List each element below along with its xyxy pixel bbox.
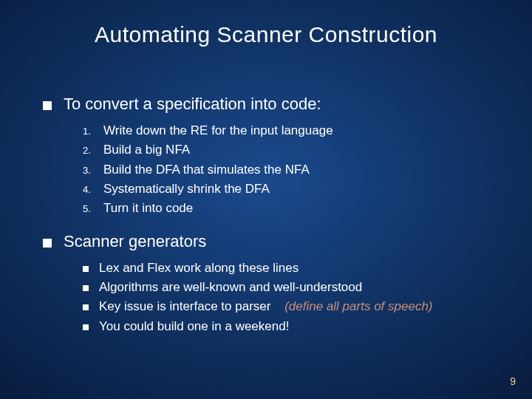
slide-title: Automating Scanner Construction <box>0 22 532 47</box>
slide-content: To convert a specification into code: 1.… <box>43 95 502 336</box>
square-bullet-icon <box>43 101 52 110</box>
bullet-convert-spec: To convert a specification into code: <box>43 95 502 114</box>
list-item: 1. Write down the RE for the input langu… <box>83 121 502 140</box>
list-item: Key issue is interface to parser (define… <box>83 297 502 316</box>
list-item: 2. Build a big NFA <box>83 140 502 160</box>
item-text: You could build one in a weekend! <box>99 317 289 336</box>
item-number: 4. <box>83 183 103 197</box>
item-number: 1. <box>83 124 103 139</box>
item-text: Build a big NFA <box>103 140 190 160</box>
square-bullet-icon <box>83 324 89 330</box>
list-item: You could build one in a weekend! <box>83 317 502 336</box>
page-number: 9 <box>510 375 516 387</box>
item-text: Turn it into code <box>103 199 193 218</box>
item-text: Lex and Flex work along these lines <box>99 259 299 278</box>
slide: Automating Scanner Construction To conve… <box>0 0 532 399</box>
item-text: Key issue is interface to parser <box>99 299 270 313</box>
square-bullet-icon <box>43 239 52 248</box>
item-text: Build the DFA that simulates the NFA <box>103 160 310 180</box>
item-number: 3. <box>83 163 103 178</box>
list-item: 3. Build the DFA that simulates the NFA <box>83 160 502 180</box>
item-number: 2. <box>83 143 103 158</box>
item-paren: (define all parts of speech) <box>284 299 432 313</box>
item-number: 5. <box>83 202 103 216</box>
bullet-scanner-generators: Scanner generators <box>43 232 502 251</box>
list-item: Lex and Flex work along these lines <box>83 259 502 278</box>
list-item: Algorithms are well-known and well-under… <box>83 278 502 297</box>
square-bullet-icon <box>83 266 89 272</box>
item-text: Write down the RE for the input language <box>103 121 333 140</box>
square-bullet-icon <box>83 304 89 310</box>
item-text: Algorithms are well-known and well-under… <box>99 278 362 297</box>
item-text: Systematically shrink the DFA <box>103 180 270 199</box>
heading-text: Scanner generators <box>64 232 206 251</box>
bullet-sublist: Lex and Flex work along these lines Algo… <box>83 259 502 336</box>
heading-text: To convert a specification into code: <box>64 95 321 114</box>
square-bullet-icon <box>83 285 89 291</box>
list-item: 5. Turn it into code <box>83 199 502 218</box>
ordered-sublist: 1. Write down the RE for the input langu… <box>83 121 502 219</box>
list-item: 4. Systematically shrink the DFA <box>83 180 502 199</box>
